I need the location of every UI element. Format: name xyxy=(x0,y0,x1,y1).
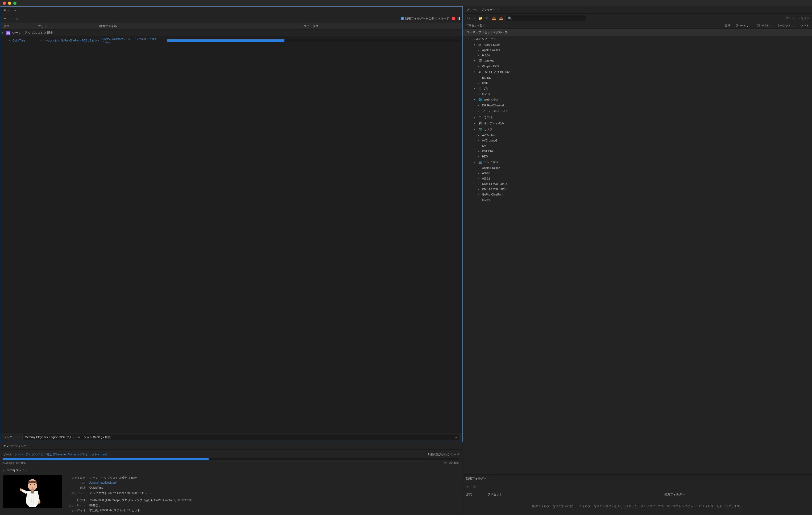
preset-category[interactable]: ▸🔊オーディオのみ xyxy=(463,120,812,126)
queue-item-header[interactable]: ▾ Ch シーン - アップルスミス博士 xyxy=(0,30,462,36)
pause-button[interactable] xyxy=(458,17,460,20)
queue-output-row[interactable]: ▾ QuickTime ▾ アルファ付き GoPro CineForm RGB … xyxy=(0,36,462,45)
system-presets-group[interactable]: ▾システムプリセット xyxy=(463,36,812,42)
col-output: 出力ファイル xyxy=(99,24,163,28)
audio-label: オーディオ : xyxy=(66,508,87,512)
category-icon: 🖵 xyxy=(478,116,482,119)
stop-button[interactable] xyxy=(452,17,455,20)
add-source-button[interactable]: ＋ xyxy=(3,16,7,21)
category-icon: ⬚ xyxy=(478,87,482,90)
add-preset-button[interactable]: ＋▾ xyxy=(466,16,471,21)
preset-browser-menu-icon[interactable]: ≡ xyxy=(497,8,499,12)
chevron-icon: ▾ xyxy=(474,71,477,73)
new-group-button[interactable]: 📁 xyxy=(478,16,483,21)
preset-item[interactable]: ▸GoPro CineForm xyxy=(463,192,812,197)
preset-item[interactable]: ▸AS-11 xyxy=(463,176,812,181)
preset-item[interactable]: ▸HDV xyxy=(463,154,812,159)
preset-settings-button[interactable]: ⚙ xyxy=(485,16,489,21)
source-link[interactable]: シーン - アップルスミス博士 (Character Animator プロジェ… xyxy=(14,453,107,456)
preset-item[interactable]: ▸AVC-LongG xyxy=(463,138,812,143)
svg-point-5 xyxy=(38,500,40,504)
format-dropdown[interactable]: QuickTime xyxy=(12,39,38,42)
preview-thumbnail xyxy=(3,475,62,508)
preset-category[interactable]: ▾◉DVD および Blu-ray xyxy=(463,69,812,75)
preview-header[interactable]: ▾ 出力をプレビュー xyxy=(0,467,463,473)
duplicate-button[interactable]: ⧉ xyxy=(16,16,19,21)
preset-item[interactable]: ▸Apple ProRes xyxy=(463,165,812,171)
chevron-icon: ▾ xyxy=(474,161,477,163)
output-path-link[interactable]: /Users/...Desktop/シーン - アップルスミス博士_1.mov xyxy=(102,37,163,44)
watch-panel-menu-icon[interactable]: ≡ xyxy=(489,477,490,480)
close-window-button[interactable] xyxy=(3,2,6,5)
col-status: ステータス xyxy=(163,24,459,28)
preset-item[interactable]: ▸DNxHR MXF OP1a xyxy=(463,187,812,192)
preset-item[interactable]: ▸Apple ProRes xyxy=(463,47,812,53)
chevron-right-icon: ▸ xyxy=(478,150,481,152)
preset-label: AS-10 xyxy=(482,172,490,175)
minimize-window-button[interactable] xyxy=(8,2,11,5)
export-preset-button[interactable]: 📤 xyxy=(499,16,504,21)
category-icon: 🌐 xyxy=(478,98,482,102)
preset-item[interactable]: ▸AVC-Intra xyxy=(463,133,812,138)
filename-label: ファイル名 : xyxy=(66,476,87,480)
preset-item[interactable]: ▸ソーシャルメディア xyxy=(463,108,812,114)
auto-encode-checkbox[interactable]: ✓ 監視フォルダーを自動エンコード xyxy=(401,17,449,21)
preset-item[interactable]: ▸H.264 xyxy=(463,197,812,202)
preset-label: DNxHD MXF OP1a xyxy=(482,182,508,185)
remaining-time: 残 : 00:00:08 xyxy=(444,461,459,465)
user-presets-group[interactable]: ユーザープリセット＆グループ xyxy=(463,29,812,36)
preset-search-input[interactable]: 🔍 xyxy=(506,16,586,21)
preset-category[interactable]: ▾📺テレビ放送 xyxy=(463,159,812,165)
preset-item[interactable]: ▸Wraptor DCP xyxy=(463,64,812,69)
preset-item[interactable]: ▸DNxHD MXF OP1a xyxy=(463,181,812,187)
preset-name-col[interactable]: プリセット名 ↑ xyxy=(466,24,484,27)
chevron-down-icon[interactable]: ▾ xyxy=(39,39,42,42)
path-value[interactable]: /Users/mac/Desktop/ xyxy=(89,481,117,485)
chevron-right-icon: ▸ xyxy=(478,172,481,174)
renderer-dropdown[interactable]: Mercury Playback Engine GPU アクセラレーション (M… xyxy=(22,434,459,440)
svg-point-3 xyxy=(32,487,33,489)
preset-item[interactable]: ▸DV xyxy=(463,143,812,148)
progress-fill xyxy=(167,39,284,42)
preset-label: DVCPRO xyxy=(482,149,495,153)
encoding-panel-menu-icon[interactable]: ≡ xyxy=(29,445,30,448)
category-label: Adobe Stock xyxy=(484,43,500,46)
maximize-window-button[interactable] xyxy=(13,2,17,5)
preset-item[interactable]: ▸DG FastChannel xyxy=(463,103,812,108)
collapse-icon[interactable]: ▾ xyxy=(2,32,4,34)
preset-label: DV xyxy=(482,144,486,147)
preset-item[interactable]: ▸AS-10 xyxy=(463,171,812,176)
preset-item[interactable]: ▸Blu-ray xyxy=(463,75,812,80)
category-icon: 📺 xyxy=(478,161,482,164)
chevron-right-icon: ▸ xyxy=(478,110,481,112)
remove-source-button[interactable]: − xyxy=(10,16,13,21)
import-preset-button[interactable]: 📥 xyxy=(491,16,496,21)
preset-dropdown[interactable]: アルファ付き GoPro CineForm RGB 12 ビット xyxy=(44,39,100,42)
chevron-right-icon: ▸ xyxy=(478,49,481,51)
chevron-right-icon: ▸ xyxy=(478,104,481,107)
apply-preset-button[interactable]: プリセットを適用 xyxy=(786,16,809,20)
preset-tree: ユーザープリセット＆グループ▾システムプリセット▾StAdobe Stock▸A… xyxy=(463,29,812,475)
preset-item[interactable]: ▸H.264 xyxy=(463,91,812,96)
preset-category[interactable]: ▾🎬Cinema xyxy=(463,58,812,64)
preset-category[interactable]: ▾StAdobe Stock xyxy=(463,42,812,47)
remove-watch-folder-button[interactable]: ⚙− xyxy=(472,484,478,489)
queue-panel-menu-icon[interactable]: ≡ xyxy=(14,9,16,12)
preset-category[interactable]: ▾🌐Web ビデオ xyxy=(463,96,812,103)
preset-category[interactable]: ▾📷カメラ xyxy=(463,126,812,133)
add-watch-folder-button[interactable]: ＋ xyxy=(466,484,470,489)
preset-item[interactable]: ▸DVCPRO xyxy=(463,148,812,154)
chevron-down-icon[interactable]: ▾ xyxy=(8,39,11,42)
preset-item[interactable]: ▸DVD xyxy=(463,80,812,86)
preset-category[interactable]: ▾⬚VR xyxy=(463,86,812,91)
category-label: テレビ放送 xyxy=(484,160,498,164)
preset-item[interactable]: ▸H.264 xyxy=(463,53,812,58)
queue-column-header: 形式 プリセット 出力ファイル ステータス xyxy=(0,23,462,30)
chevron-icon: ▾ xyxy=(474,128,477,131)
output-count: 1 個の出力のエンコード xyxy=(428,453,459,456)
col-preset: プリセット xyxy=(38,24,99,28)
preset-category[interactable]: ▸🖵その他 xyxy=(463,114,812,120)
preset-label: Apple ProRes xyxy=(482,166,500,169)
remove-preset-button[interactable]: − xyxy=(473,16,476,21)
chevron-right-icon: ▸ xyxy=(478,54,481,57)
